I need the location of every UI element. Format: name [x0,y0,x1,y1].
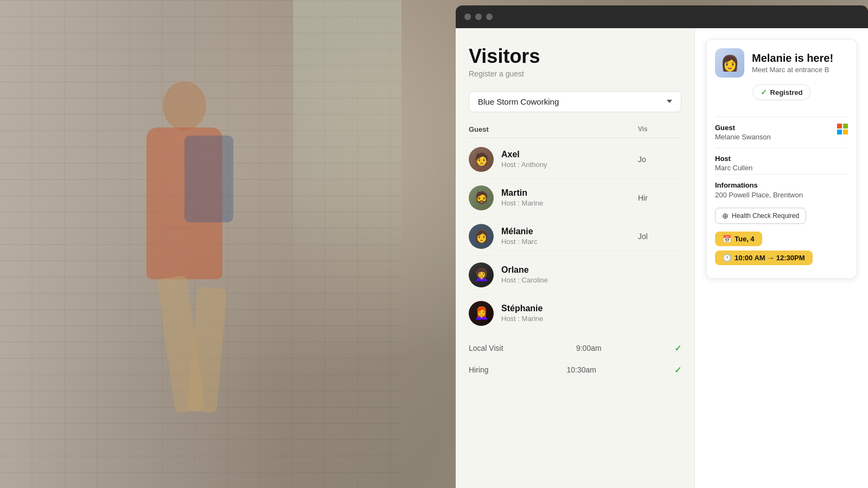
guest-info: Guest Melanie Swanson [715,124,771,141]
visitor-row[interactable]: 👩‍🦱 Orlane Host : Caroline [469,256,681,294]
person-icon-stephanie: 👩‍🦰 [474,306,489,320]
host-label: Host [715,155,848,163]
melanie-title: Melanie is here! [752,52,833,65]
visitors-panel: Visitors Register a guest Blue Storm Cow… [456,28,694,488]
visitor-name-orlane: Orlane [501,265,548,275]
bottom-row-local-visit[interactable]: Local Visit 9:00am ✓ [469,337,681,359]
visitor-host-martin: Host : Marine [501,199,543,207]
time-badge: 🕐 10:00 AM → 12:30PM [715,251,813,265]
host-name: Marc Cullen [715,164,848,172]
col-header-guest: Guest [469,125,638,133]
browser-chrome [456,5,868,28]
guest-row: Guest Melanie Swanson [715,124,848,141]
microsoft-logo [837,124,848,134]
visitor-row[interactable]: 👩 Mélanie Host : Marc Jol [469,217,681,256]
health-check-icon: ⊕ [722,211,729,220]
bottom-rows: Local Visit 9:00am ✓ Hiring 10:30am ✓ [469,337,681,381]
melanie-subtitle: Meet Marc at entrance B [752,66,833,74]
time-badge-row: 🕐 10:00 AM → 12:30PM [715,251,848,269]
visitor-info-martin: 🧔 Martin Host : Marine [469,185,638,210]
date-time-badges: 📅 Tue, 4 [715,232,848,251]
hiring-time: 10:30am [567,365,596,374]
date-value: Tue, 4 [735,235,755,243]
bottom-row-hiring[interactable]: Hiring 10:30am ✓ [469,359,681,381]
visit-type-martin: Hir [638,194,681,202]
visitor-host-melanie: Host : Marc [501,237,537,246]
person-icon-orlane: 👩‍🦱 [474,268,489,282]
visitor-info-axel: 🧑 Axel Host : Anthony [469,147,638,172]
hiring-check-icon: ✓ [674,365,681,375]
local-visit-time: 9:00am [576,344,602,352]
ms-red-square [837,124,842,129]
page-subtitle: Register a guest [469,69,681,78]
visitor-row[interactable]: 🧔 Martin Host : Marine Hir [469,179,681,217]
ms-blue-square [837,130,842,134]
visitor-info-melanie: 👩 Mélanie Host : Marc [469,224,638,249]
local-visit-check-icon: ✓ [674,343,681,354]
visitor-row[interactable]: 👩‍🦰 Stéphanie Host : Marine [469,294,681,333]
browser-dot-1 [464,14,471,20]
visit-type-melanie: Jol [638,232,681,241]
visitor-host-orlane: Host : Caroline [501,276,548,284]
avatar-stephanie: 👩‍🦰 [469,301,494,326]
health-check-badge: ⊕ Health Check Required [715,208,806,224]
chevron-down-icon [667,100,672,103]
avatar-melanie: 👩 [469,224,494,249]
browser-dot-2 [475,14,482,20]
host-section: Host Marc Cullen [715,147,848,172]
visitor-details-axel: Axel Host : Anthony [501,150,547,169]
check-green-icon: ✓ [761,88,767,97]
visitor-name-melanie: Mélanie [501,227,537,236]
visitor-info-orlane: 👩‍🦱 Orlane Host : Caroline [469,262,638,287]
visitor-details-stephanie: Stéphanie Host : Marine [501,304,543,323]
time-value: 10:00 AM → 12:30PM [735,254,805,262]
location-dropdown[interactable]: Blue Storm Coworking [469,91,681,112]
date-badge: 📅 Tue, 4 [715,232,762,246]
browser-dot-3 [486,14,493,20]
notification-panel: 👩 Melanie is here! Meet Marc at entrance… [694,28,868,488]
visitor-name-axel: Axel [501,150,547,159]
registered-badge: ✓ Registred [752,84,811,100]
visitor-name-martin: Martin [501,188,543,198]
visit-type-axel: Jo [638,155,681,164]
ms-green-square [843,124,848,129]
app-window: Visitors Register a guest Blue Storm Cow… [456,0,868,488]
guest-name: Melanie Swanson [715,133,771,141]
visitor-details-orlane: Orlane Host : Caroline [501,265,548,284]
avatar-axel: 🧑 [469,147,494,172]
clock-icon: 🕐 [723,254,731,262]
page-title: Visitors [469,46,681,67]
visitor-info-stephanie: 👩‍🦰 Stéphanie Host : Marine [469,301,638,326]
melanie-card-header: 👩 Melanie is here! Meet Marc at entrance… [715,48,848,78]
person-icon-martin: 🧔 [474,191,489,205]
guest-section: Guest Melanie Swanson [715,117,848,141]
address-value: 200 Powell Place, Brentwon [715,191,848,199]
visitor-host-axel: Host : Anthony [501,160,547,169]
visitor-row[interactable]: 🧑 Axel Host : Anthony Jo [469,140,681,179]
visitor-details-melanie: Mélanie Host : Marc [501,227,537,246]
melanie-notification-card: 👩 Melanie is here! Meet Marc at entrance… [706,39,857,279]
ms-yellow-square [843,130,848,134]
col-header-visit: Vis [638,125,681,133]
informations-section: Informations 200 Powell Place, Brentwon … [715,174,848,269]
visitor-details-martin: Martin Host : Marine [501,188,543,207]
health-check-label: Health Check Required [732,212,799,220]
calendar-icon: 📅 [723,235,731,243]
guest-label: Guest [715,124,771,132]
avatar-martin: 🧔 [469,185,494,210]
location-value: Blue Storm Coworking [478,97,559,106]
registered-label: Registred [770,88,803,97]
visitor-name-stephanie: Stéphanie [501,304,543,313]
person-icon-axel: 🧑 [474,152,489,166]
hiring-type: Hiring [469,365,489,374]
melanie-text: Melanie is here! Meet Marc at entrance B [752,52,833,74]
melanie-avatar: 👩 [715,48,744,78]
person-icon-melanie: 👩 [474,229,489,243]
visitor-host-stephanie: Host : Marine [501,314,543,323]
avatar-orlane: 👩‍🦱 [469,262,494,287]
app-content: Visitors Register a guest Blue Storm Cow… [456,28,868,488]
local-visit-type: Local Visit [469,344,503,352]
table-header: Guest Vis [469,125,681,138]
melanie-avatar-icon: 👩 [720,54,739,72]
informations-label: Informations [715,181,848,189]
